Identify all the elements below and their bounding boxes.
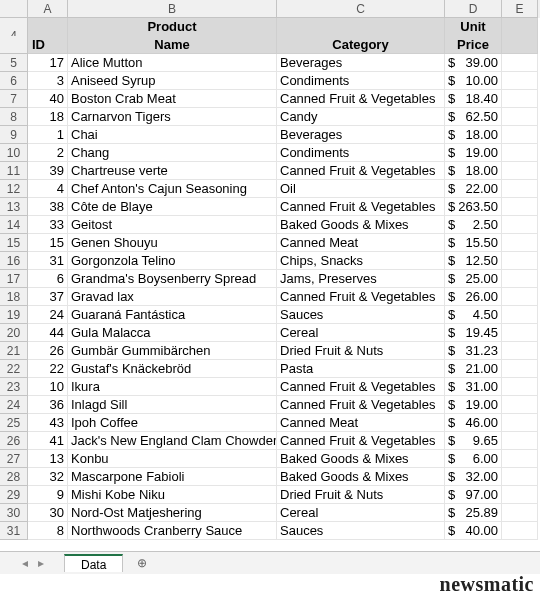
row-header[interactable]: 8 [0, 108, 28, 126]
cell-empty[interactable] [502, 288, 538, 306]
cell-category[interactable]: Canned Meat [277, 414, 445, 432]
cell-category[interactable]: Cereal [277, 324, 445, 342]
cell-unit-price[interactable]: $25.00 [445, 270, 502, 288]
cell-id[interactable]: 15 [28, 234, 68, 252]
row-header[interactable]: 14 [0, 216, 28, 234]
cell-empty[interactable] [502, 468, 538, 486]
cell-unit-price[interactable]: $18.40 [445, 90, 502, 108]
cell-category[interactable]: Canned Fruit & Vegetables [277, 378, 445, 396]
cell-category[interactable]: Baked Goods & Mixes [277, 216, 445, 234]
cell-unit-price[interactable]: $15.50 [445, 234, 502, 252]
cell-category[interactable]: Sauces [277, 522, 445, 540]
cell-id[interactable]: 22 [28, 360, 68, 378]
cell-empty[interactable] [502, 144, 538, 162]
cell-category[interactable]: Oil [277, 180, 445, 198]
cell-empty[interactable] [502, 162, 538, 180]
row-header[interactable]: 11 [0, 162, 28, 180]
cell-category[interactable]: Canned Fruit & Vegetables [277, 432, 445, 450]
row-header[interactable]: 19 [0, 306, 28, 324]
cell-unit-price[interactable]: $46.00 [445, 414, 502, 432]
cell-category[interactable]: Sauces [277, 306, 445, 324]
cell-id[interactable]: 2 [28, 144, 68, 162]
row-header[interactable]: 18 [0, 288, 28, 306]
row-header[interactable]: 31 [0, 522, 28, 540]
cell-empty[interactable] [502, 324, 538, 342]
cell-id[interactable]: 44 [28, 324, 68, 342]
cell-empty[interactable] [502, 90, 538, 108]
cell-empty[interactable] [502, 216, 538, 234]
cell-product-name[interactable]: Mishi Kobe Niku [68, 486, 277, 504]
cell-empty[interactable] [502, 108, 538, 126]
row-header[interactable]: 20 [0, 324, 28, 342]
cell-product-name[interactable]: Mascarpone Fabioli [68, 468, 277, 486]
cell-id[interactable]: 13 [28, 450, 68, 468]
cell-empty[interactable] [502, 378, 538, 396]
cell-unit-price[interactable]: $25.89 [445, 504, 502, 522]
row-header[interactable]: 27 [0, 450, 28, 468]
cell-id[interactable]: 40 [28, 90, 68, 108]
row-header[interactable]: 29 [0, 486, 28, 504]
cell-product-name[interactable]: Chai [68, 126, 277, 144]
cell-empty[interactable] [502, 450, 538, 468]
column-header-D[interactable]: D [445, 0, 502, 18]
cell-empty[interactable] [502, 342, 538, 360]
cell-product-name[interactable]: Jack's New England Clam Chowder [68, 432, 277, 450]
cell-empty[interactable] [502, 54, 538, 72]
cell-product-name[interactable]: Chartreuse verte [68, 162, 277, 180]
header-id-label[interactable]: ID [28, 36, 68, 54]
row-header[interactable]: 12 [0, 180, 28, 198]
cell-unit-price[interactable]: $2.50 [445, 216, 502, 234]
cell-category[interactable]: Candy [277, 108, 445, 126]
cell-product-name[interactable]: Alice Mutton [68, 54, 277, 72]
cell-product-name[interactable]: Grandma's Boysenberry Spread [68, 270, 277, 288]
cell-category[interactable]: Canned Fruit & Vegetables [277, 90, 445, 108]
cell-category[interactable]: Condiments [277, 72, 445, 90]
cell-unit-price[interactable]: $21.00 [445, 360, 502, 378]
cell-unit-price[interactable]: $32.00 [445, 468, 502, 486]
row-header[interactable]: 13 [0, 198, 28, 216]
cell-unit-price[interactable]: $22.00 [445, 180, 502, 198]
row-header[interactable]: 17 [0, 270, 28, 288]
header-blank[interactable] [502, 18, 538, 36]
cell-id[interactable]: 26 [28, 342, 68, 360]
cell-id[interactable]: 18 [28, 108, 68, 126]
cell-id[interactable]: 41 [28, 432, 68, 450]
cell-id[interactable]: 24 [28, 306, 68, 324]
cell-id[interactable]: 32 [28, 468, 68, 486]
cell-category[interactable]: Canned Fruit & Vegetables [277, 288, 445, 306]
cell-product-name[interactable]: Carnarvon Tigers [68, 108, 277, 126]
cell-product-name[interactable]: Northwoods Cranberry Sauce [68, 522, 277, 540]
cell-unit-price[interactable]: $19.45 [445, 324, 502, 342]
cell-unit-price[interactable]: $31.23 [445, 342, 502, 360]
header-price[interactable]: Unit [445, 18, 502, 36]
cell-id[interactable]: 17 [28, 54, 68, 72]
cell-id[interactable]: 36 [28, 396, 68, 414]
cell-empty[interactable] [502, 180, 538, 198]
cell-category[interactable]: Baked Goods & Mixes [277, 450, 445, 468]
cell-product-name[interactable]: Geitost [68, 216, 277, 234]
cell-id[interactable]: 6 [28, 270, 68, 288]
cell-empty[interactable] [502, 234, 538, 252]
cell-unit-price[interactable]: $18.00 [445, 126, 502, 144]
row-header[interactable]: 25 [0, 414, 28, 432]
cell-id[interactable]: 37 [28, 288, 68, 306]
cell-unit-price[interactable]: $6.00 [445, 450, 502, 468]
sheet-tab-active[interactable]: Data [64, 554, 123, 572]
cell-unit-price[interactable]: $62.50 [445, 108, 502, 126]
cell-category[interactable]: Cereal [277, 504, 445, 522]
cell-unit-price[interactable]: $19.00 [445, 144, 502, 162]
cell-product-name[interactable]: Gustaf's Knäckebröd [68, 360, 277, 378]
cell-id[interactable]: 9 [28, 486, 68, 504]
row-header[interactable]: 10 [0, 144, 28, 162]
cell-empty[interactable] [502, 126, 538, 144]
row-header[interactable]: 16 [0, 252, 28, 270]
cell-category[interactable]: Canned Fruit & Vegetables [277, 396, 445, 414]
cell-id[interactable]: 43 [28, 414, 68, 432]
cell-empty[interactable] [502, 360, 538, 378]
header-id[interactable] [28, 18, 68, 36]
cell-id[interactable]: 1 [28, 126, 68, 144]
cell-unit-price[interactable]: $263.50 [445, 198, 502, 216]
cell-category[interactable]: Jams, Preserves [277, 270, 445, 288]
cell-unit-price[interactable]: $12.50 [445, 252, 502, 270]
cell-id[interactable]: 8 [28, 522, 68, 540]
